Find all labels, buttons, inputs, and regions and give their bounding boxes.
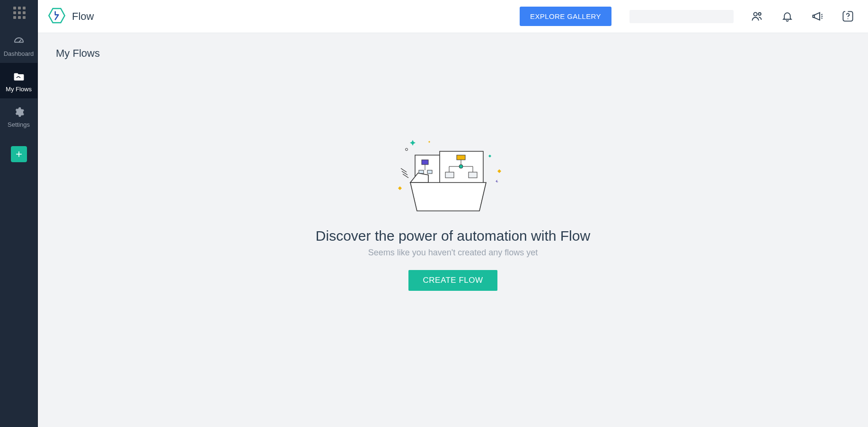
app-title: Flow: [72, 10, 94, 23]
sidebar-item-dashboard[interactable]: Dashboard: [0, 27, 37, 63]
gauge-icon: [0, 34, 37, 48]
bell-icon[interactable]: [780, 9, 794, 24]
svg-point-9: [847, 18, 848, 19]
svg-marker-15: [496, 180, 498, 183]
svg-marker-16: [398, 186, 402, 190]
page-title: My Flows: [56, 47, 850, 60]
empty-state-subtext: Seems like you haven't created any flows…: [368, 248, 538, 258]
flow-hexagon-icon: [47, 6, 66, 27]
gear-icon: [0, 105, 37, 119]
svg-line-8: [821, 18, 822, 18]
empty-state-illustration: [396, 135, 510, 218]
svg-rect-26: [457, 155, 465, 160]
create-flow-button[interactable]: CREATE FLOW: [408, 270, 497, 291]
svg-line-6: [821, 14, 822, 15]
content-area: My Flows: [38, 33, 868, 427]
empty-state: Discover the power of automation with Fl…: [56, 135, 850, 291]
plus-icon: [14, 149, 24, 159]
explore-gallery-button[interactable]: EXPLORE GALLERY: [520, 7, 611, 26]
user-info-placeholder[interactable]: [629, 10, 734, 23]
svg-rect-24: [427, 170, 432, 174]
main-column: Flow EXPLORE GALLERY: [38, 0, 868, 427]
svg-point-28: [459, 165, 463, 168]
svg-rect-34: [469, 172, 477, 178]
logo-group: Flow: [47, 6, 94, 27]
folder-flow-icon: [0, 70, 37, 84]
help-icon[interactable]: [841, 9, 855, 24]
svg-line-18: [402, 171, 407, 175]
sidebar-item-label: My Flows: [0, 86, 37, 93]
svg-marker-13: [488, 155, 491, 157]
sidebar: Dashboard My Flows Settings: [0, 0, 38, 427]
topbar: Flow EXPLORE GALLERY: [38, 0, 868, 33]
sidebar-item-myflows[interactable]: My Flows: [0, 63, 37, 98]
sidebar-item-label: Dashboard: [0, 50, 37, 57]
svg-line-17: [401, 168, 407, 172]
svg-rect-21: [422, 160, 428, 165]
sidebar-item-label: Settings: [0, 121, 37, 128]
svg-point-4: [753, 12, 757, 16]
svg-marker-11: [428, 141, 430, 143]
svg-rect-33: [445, 172, 454, 178]
add-button[interactable]: [11, 146, 27, 162]
svg-point-5: [758, 13, 761, 15]
svg-marker-14: [497, 169, 501, 173]
users-icon[interactable]: [750, 9, 764, 24]
svg-line-19: [403, 174, 408, 178]
svg-marker-10: [410, 140, 416, 146]
svg-marker-3: [49, 9, 64, 23]
empty-state-heading: Discover the power of automation with Fl…: [316, 228, 590, 244]
svg-point-12: [406, 148, 408, 151]
megaphone-icon[interactable]: [810, 9, 824, 24]
app-switcher-icon[interactable]: [12, 6, 26, 19]
sidebar-item-settings[interactable]: Settings: [0, 98, 37, 134]
